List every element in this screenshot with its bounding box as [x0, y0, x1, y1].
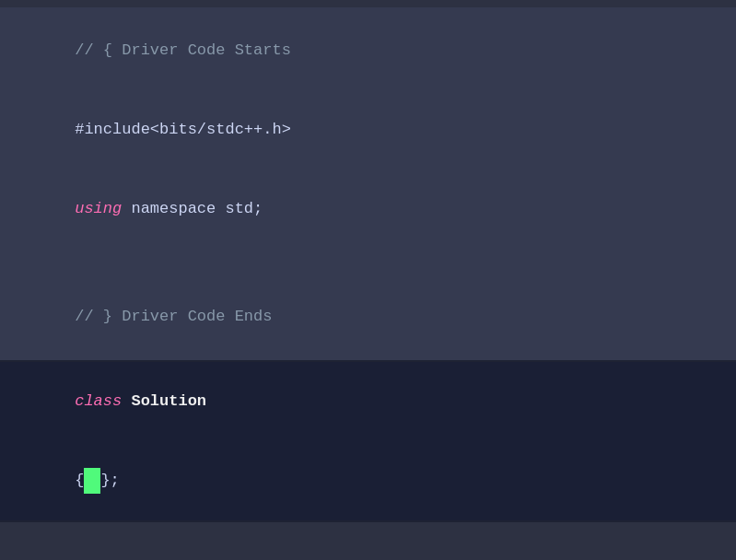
line-1: // { Driver Code Starts	[0, 11, 736, 90]
comment-driver-end: // } Driver Code Ends	[75, 308, 272, 325]
include-directive: #include<bits/stdc++.h>	[75, 121, 291, 138]
line-class-decl: class Solution	[0, 362, 736, 441]
section-class: class Solution { };	[0, 360, 736, 522]
comment-driver-start: // { Driver Code Starts	[75, 41, 291, 59]
keyword-using: using	[75, 200, 122, 217]
code-editor: // { Driver Code Starts #include<bits/st…	[0, 0, 736, 560]
namespace-text: namespace std;	[122, 200, 263, 217]
line-comment-main: // { Driver Code Starts.	[0, 554, 736, 560]
class-name: Solution	[131, 392, 206, 410]
section-driver-start: // { Driver Code Starts #include<bits/st…	[0, 7, 736, 360]
section-main: // { Driver Code Starts. int main() { in…	[0, 522, 736, 560]
line-4-empty	[0, 249, 736, 276]
line-class-body: { };	[0, 441, 736, 520]
line-3: using namespace std;	[0, 169, 736, 249]
keyword-class: class	[75, 392, 122, 410]
open-brace: {	[75, 472, 84, 489]
line-empty-gap	[0, 526, 736, 554]
space	[122, 392, 131, 410]
line-2: #include<bits/stdc++.h>	[0, 90, 736, 169]
close-brace-semi: };	[100, 472, 119, 489]
cursor	[84, 468, 100, 494]
line-5: // } Driver Code Ends	[0, 276, 736, 356]
